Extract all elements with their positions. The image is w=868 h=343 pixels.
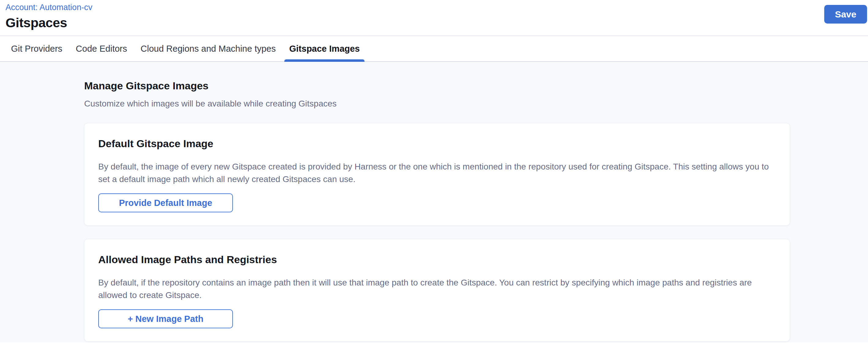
tab-gitspace-images[interactable]: Gitspace Images <box>284 36 365 61</box>
card-description-line: By default, the image of every new Gitsp… <box>98 160 776 173</box>
card-description-line: By default, if the repository contains a… <box>98 276 776 289</box>
default-gitspace-image-card: Default Gitspace Image By default, the i… <box>84 123 790 225</box>
save-button[interactable]: Save <box>824 5 867 24</box>
tab-git-providers[interactable]: Git Providers <box>6 36 67 61</box>
card-description-line: set a default image path which all newly… <box>98 173 776 185</box>
card-description: By default, the image of every new Gitsp… <box>98 160 776 185</box>
page-title: Gitspaces <box>5 15 868 30</box>
new-image-path-button[interactable]: + New Image Path <box>98 309 233 328</box>
section-subheading: Customize which images will be available… <box>84 98 790 109</box>
content-area: Manage Gitspace Images Customize which i… <box>0 62 868 342</box>
settings-tabbar: Git Providers Code Editors Cloud Regions… <box>0 36 868 62</box>
allowed-image-paths-card: Allowed Image Paths and Registries By de… <box>84 239 790 341</box>
tab-cloud-regions-machine-types[interactable]: Cloud Regions and Machine types <box>135 36 281 61</box>
card-title: Default Gitspace Image <box>98 137 776 150</box>
card-description: By default, if the repository contains a… <box>98 276 776 301</box>
section-heading: Manage Gitspace Images <box>84 80 790 92</box>
card-description-line: allowed to create Gitspace. <box>98 289 776 301</box>
page-header: Account: Automation-cv Gitspaces Save <box>0 0 868 36</box>
provide-default-image-button[interactable]: Provide Default Image <box>98 193 233 212</box>
tab-code-editors[interactable]: Code Editors <box>71 36 132 61</box>
card-title: Allowed Image Paths and Registries <box>98 253 776 266</box>
breadcrumb-account-link[interactable]: Account: Automation-cv <box>5 2 92 12</box>
